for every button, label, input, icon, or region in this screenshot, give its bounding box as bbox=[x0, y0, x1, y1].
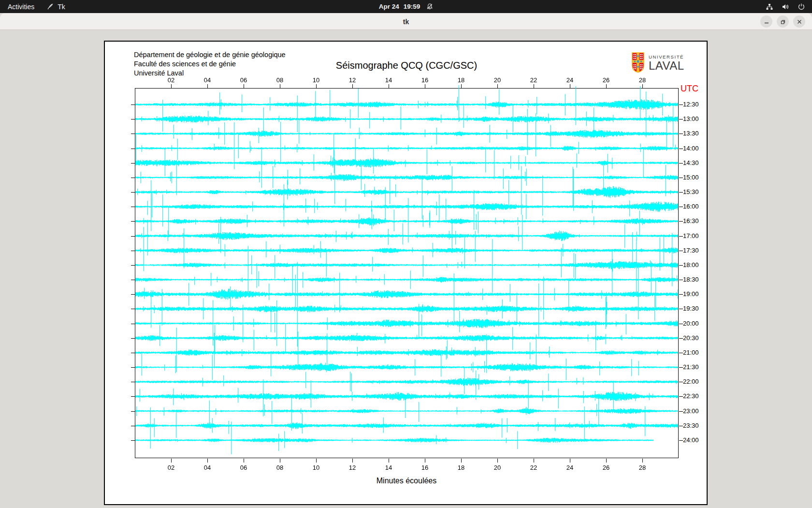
logo-laval-text: LAVAL bbox=[649, 59, 684, 73]
laval-shield-icon bbox=[632, 52, 644, 75]
x-axis-tick-bottom bbox=[497, 459, 498, 463]
row-time-label: 12:30 bbox=[683, 101, 699, 108]
volume-icon bbox=[782, 3, 789, 11]
x-axis-tick-label-top: 26 bbox=[603, 76, 609, 84]
x-axis-tick-label-bottom: 20 bbox=[494, 464, 501, 471]
x-axis-tick-label-bottom: 12 bbox=[349, 464, 356, 471]
tk-app-indicator[interactable]: Tk bbox=[42, 0, 70, 13]
row-tick-right bbox=[679, 338, 683, 339]
plot-title: Séismographe QCQ (CGC/GSC) bbox=[336, 60, 477, 71]
x-axis-tick-top bbox=[606, 84, 607, 88]
row-tick-right bbox=[679, 294, 683, 295]
x-axis-tick-label-bottom: 06 bbox=[240, 464, 247, 471]
row-time-label: 23:30 bbox=[683, 422, 699, 429]
x-axis-tick-bottom bbox=[606, 459, 607, 463]
row-tick-right bbox=[679, 251, 683, 251]
x-axis-tick-bottom bbox=[534, 459, 534, 463]
row-time-label: 24:00 bbox=[683, 436, 699, 444]
row-tick-right bbox=[679, 221, 683, 222]
x-axis-tick-top bbox=[171, 84, 172, 88]
row-tick-left bbox=[131, 134, 135, 134]
clock-time: 19:59 bbox=[404, 3, 420, 10]
row-tick-left bbox=[131, 280, 135, 280]
x-axis-tick-bottom bbox=[570, 459, 570, 463]
x-axis-tick-label-top: 28 bbox=[639, 76, 646, 84]
x-axis-tick-bottom bbox=[352, 459, 353, 463]
row-tick-left bbox=[131, 105, 135, 105]
universite-laval-logo: UNIVERSITÉ LAVAL bbox=[632, 52, 684, 75]
x-axis-tick-label-top: 18 bbox=[458, 76, 464, 84]
row-tick-right bbox=[679, 309, 683, 309]
row-tick-left bbox=[131, 309, 135, 309]
row-time-label: 18:30 bbox=[683, 276, 699, 283]
row-tick-left bbox=[131, 119, 135, 120]
maximize-button[interactable] bbox=[777, 15, 789, 28]
tk-feather-icon bbox=[47, 3, 54, 10]
institution-header: Département de géologie et de génie géol… bbox=[134, 50, 286, 78]
gnome-top-bar: Activities Tk Apr 24 19:59 bbox=[0, 0, 812, 13]
window-titlebar: tk bbox=[0, 13, 812, 30]
row-tick-left bbox=[131, 192, 135, 193]
row-tick-right bbox=[679, 280, 683, 280]
row-tick-left bbox=[131, 149, 135, 149]
x-axis-tick-top bbox=[642, 84, 643, 88]
row-tick-left bbox=[131, 338, 135, 339]
row-tick-right bbox=[679, 353, 683, 353]
minimize-button[interactable] bbox=[760, 15, 772, 28]
x-axis-tick-top bbox=[280, 84, 280, 88]
row-tick-right bbox=[679, 236, 683, 237]
row-tick-left bbox=[131, 236, 135, 237]
row-tick-right bbox=[679, 382, 683, 382]
activities-button[interactable]: Activities bbox=[0, 0, 42, 13]
row-tick-left bbox=[131, 396, 135, 397]
row-tick-right bbox=[679, 163, 683, 164]
row-time-label: 14:30 bbox=[683, 159, 699, 166]
close-button[interactable] bbox=[793, 15, 805, 28]
x-axis-tick-label-top: 04 bbox=[204, 76, 211, 84]
x-axis-tick-top bbox=[389, 84, 389, 88]
row-tick-left bbox=[131, 163, 135, 164]
row-tick-right bbox=[679, 178, 683, 178]
row-tick-left bbox=[131, 440, 135, 441]
row-time-label: 19:30 bbox=[683, 305, 699, 312]
row-tick-right bbox=[679, 396, 683, 397]
x-axis-tick-top bbox=[207, 84, 208, 88]
row-tick-right bbox=[679, 440, 683, 441]
x-axis-tick-top bbox=[352, 84, 353, 88]
window-title: tk bbox=[0, 13, 812, 30]
row-time-label: 20:30 bbox=[683, 334, 699, 342]
row-tick-left bbox=[131, 251, 135, 251]
row-tick-left bbox=[131, 294, 135, 295]
row-tick-left bbox=[131, 367, 135, 368]
x-axis-tick-top bbox=[316, 84, 317, 88]
row-time-label: 22:00 bbox=[683, 378, 699, 385]
row-tick-left bbox=[131, 178, 135, 178]
x-axis-tick-bottom bbox=[171, 459, 172, 463]
row-tick-right bbox=[679, 265, 683, 266]
row-tick-left bbox=[131, 265, 135, 266]
x-axis-tick-bottom bbox=[280, 459, 280, 463]
row-tick-right bbox=[679, 192, 683, 193]
row-time-label: 17:00 bbox=[683, 232, 699, 239]
row-time-label: 18:00 bbox=[683, 261, 699, 269]
x-axis-tick-label-bottom: 08 bbox=[276, 464, 283, 471]
row-tick-left bbox=[131, 324, 135, 324]
row-tick-left bbox=[131, 382, 135, 382]
institution-line-1: Département de géologie et de génie géol… bbox=[134, 50, 286, 60]
seismograph-canvas: Département de géologie et de génie géol… bbox=[104, 41, 708, 505]
system-status-area[interactable] bbox=[766, 0, 805, 13]
x-axis-tick-label-top: 16 bbox=[421, 76, 428, 84]
power-icon bbox=[798, 3, 805, 11]
x-axis-tick-label-bottom: 10 bbox=[313, 464, 319, 471]
row-time-label: 13:00 bbox=[683, 115, 699, 122]
clock-menu[interactable]: Apr 24 19:59 bbox=[379, 0, 434, 13]
row-tick-right bbox=[679, 149, 683, 149]
row-time-label: 13:30 bbox=[683, 130, 699, 137]
x-axis-tick-label-bottom: 04 bbox=[204, 464, 211, 471]
x-axis-tick-top bbox=[497, 84, 498, 88]
row-tick-right bbox=[679, 367, 683, 368]
network-icon bbox=[766, 3, 773, 11]
x-axis-tick-top bbox=[461, 84, 462, 88]
x-axis-tick-label-top: 24 bbox=[566, 76, 573, 84]
x-axis-tick-label-bottom: 14 bbox=[385, 464, 392, 471]
